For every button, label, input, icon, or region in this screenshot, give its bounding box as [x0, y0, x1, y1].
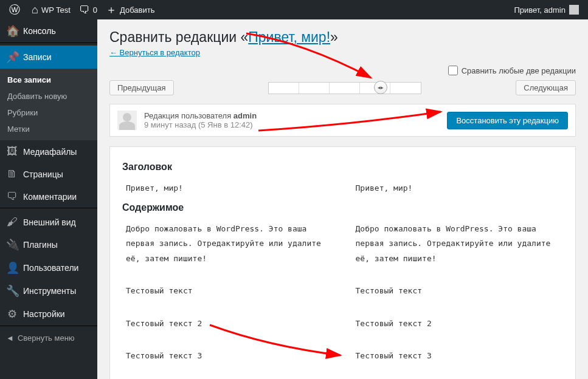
greeting: Привет, admin	[514, 5, 566, 15]
menu-tools[interactable]: 🔧Инструменты	[0, 279, 97, 302]
diff-box: Заголовок Привет, мир! Привет, мир! Соде…	[109, 146, 576, 379]
page-title: Сравнить редакции «Привет, мир!»	[109, 29, 576, 46]
gauge-icon: 🏠	[6, 24, 18, 38]
avatar	[569, 5, 579, 15]
account-link[interactable]: Привет, admin	[510, 0, 583, 19]
admin-sidebar: 🏠Консоль 📌Записи Все записи Добавить нов…	[0, 19, 97, 379]
menu-appearance[interactable]: 🖌Внешний вид	[0, 211, 97, 233]
content-left: Добро пожаловать в WordPress. Это ваша п…	[122, 220, 334, 379]
menu-media[interactable]: 🖼Медиафайлы	[0, 140, 97, 163]
post-link[interactable]: Привет, мир!	[248, 29, 330, 45]
wrench-icon: 🔧	[6, 284, 18, 298]
new-link[interactable]: ＋Добавить	[102, 0, 159, 19]
compare-any-label: Сравнить любые две редакции	[462, 66, 576, 75]
sub-add-post[interactable]: Добавить новую	[0, 88, 97, 104]
author-name: admin	[233, 111, 257, 120]
slider-handle[interactable]: ◂▸	[374, 81, 387, 94]
menu-settings[interactable]: ⚙Настройки	[0, 302, 97, 326]
restore-button[interactable]: Восстановить эту редакцию	[447, 112, 568, 129]
comment-icon: 🗨	[79, 4, 90, 16]
author-avatar	[117, 111, 137, 130]
menu-comments[interactable]: 🗨Комментарии	[0, 185, 97, 208]
pin-icon: 📌	[6, 50, 18, 64]
heading-content: Содержимое	[122, 202, 563, 213]
menu-pages[interactable]: 🗎Страницы	[0, 163, 97, 185]
submenu-posts: Все записи Добавить новую Рубрики Метки	[0, 69, 97, 140]
author-line: Редакция пользователя	[144, 111, 231, 120]
media-icon: 🖼	[6, 145, 18, 158]
prev-button[interactable]: Предыдущая	[109, 80, 174, 95]
page-icon: 🗎	[6, 168, 18, 180]
gear-icon: ⚙	[6, 307, 18, 321]
site-link[interactable]: ⌂WP Test	[27, 0, 75, 19]
time-line: 9 минут назад (5 Янв в 12:42)	[144, 120, 447, 129]
comments-link[interactable]: 🗨0	[75, 0, 102, 19]
comment-icon: 🗨	[6, 190, 18, 203]
title-right: Привет, мир!	[352, 180, 564, 197]
chevron-left-icon: ◄	[6, 333, 14, 343]
heading-title: Заголовок	[122, 162, 563, 172]
home-icon: ⌂	[32, 4, 38, 16]
users-icon: 👤	[6, 261, 18, 275]
sub-all-posts[interactable]: Все записи	[0, 72, 97, 88]
menu-users[interactable]: 👤Пользователи	[0, 256, 97, 279]
revision-slider[interactable]: ◂▸	[186, 82, 504, 94]
menu-posts[interactable]: 📌Записи	[0, 46, 97, 69]
main-content: Сравнить редакции «Привет, мир!» ← Верну…	[97, 19, 588, 379]
wp-logo[interactable]: ⓦ	[5, 0, 27, 19]
title-left: Привет, мир!	[122, 180, 334, 197]
comments-count: 0	[93, 5, 97, 15]
content-right: Добро пожаловать в WordPress. Это ваша п…	[352, 220, 564, 379]
revision-meta: Редакция пользователя admin 9 минут наза…	[109, 104, 576, 137]
admin-bar: ⓦ ⌂WP Test 🗨0 ＋Добавить Привет, admin	[0, 0, 588, 19]
compare-any-checkbox[interactable]	[448, 66, 458, 75]
slider-track	[268, 82, 421, 94]
plug-icon: 🔌	[6, 238, 18, 251]
menu-plugins[interactable]: 🔌Плагины	[0, 233, 97, 256]
site-name: WP Test	[41, 5, 71, 15]
collapse-menu[interactable]: ◄Свернуть меню	[0, 329, 97, 347]
sub-tags[interactable]: Метки	[0, 121, 97, 137]
add-label: Добавить	[120, 5, 154, 15]
brush-icon: 🖌	[6, 216, 18, 228]
next-button[interactable]: Следующая	[516, 80, 576, 95]
sub-categories[interactable]: Рубрики	[0, 104, 97, 121]
back-to-editor[interactable]: ← Вернуться в редактор	[109, 48, 200, 57]
wordpress-icon: ⓦ	[9, 2, 20, 17]
menu-dashboard[interactable]: 🏠Консоль	[0, 19, 97, 43]
plus-icon: ＋	[106, 2, 117, 17]
